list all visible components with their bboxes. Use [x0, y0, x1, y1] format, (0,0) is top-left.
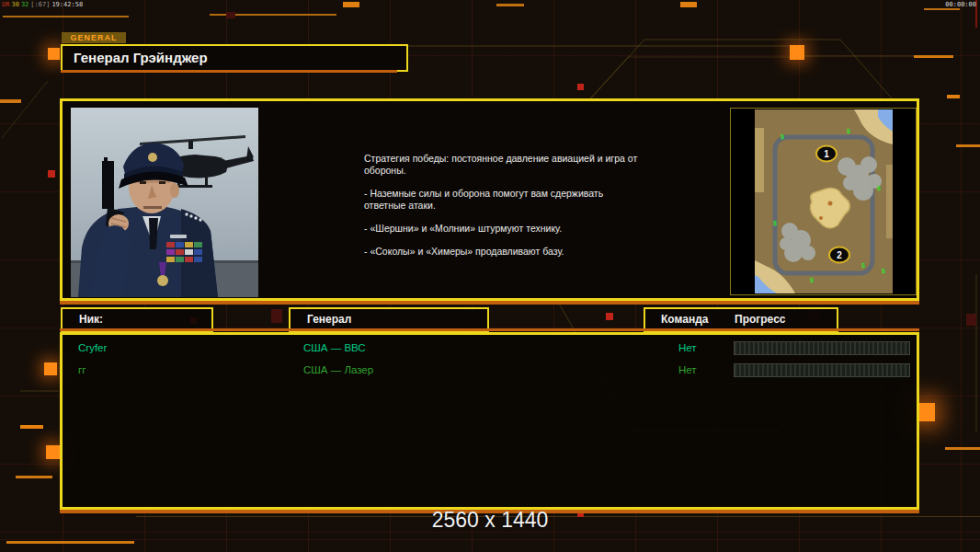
decor-dash — [680, 2, 697, 7]
player-team: Нет — [678, 342, 697, 353]
stats-label: UR — [2, 1, 9, 8]
decor-glow-square — [46, 445, 60, 459]
main-panel-underline — [60, 301, 919, 305]
svg-text:$: $ — [773, 220, 777, 227]
general-info-panel: Стратегия победы: постоянное давление ав… — [60, 98, 919, 301]
title-box-underline — [61, 70, 397, 73]
general-title-box: Генерал Грэйнджер — [61, 44, 408, 72]
decor-glow-square — [790, 45, 804, 60]
decor-red-square — [48, 170, 55, 178]
player-nick: гг — [78, 364, 85, 375]
decor-glow-square — [48, 48, 60, 60]
decor-dash — [3, 16, 129, 17]
decor-dim-square — [226, 12, 235, 18]
resolution-label: 2560 x 1440 — [0, 508, 980, 533]
svg-text:$: $ — [847, 128, 850, 135]
roster-divider — [60, 328, 919, 331]
column-header-nick-label: Ник: — [79, 313, 103, 326]
briefing-text: Стратегия победы: постоянное давление ав… — [364, 153, 644, 269]
player-row: гг США — Лазер Нет — [63, 361, 917, 381]
decor-dash — [947, 95, 960, 98]
decor-glow-square — [917, 403, 935, 421]
general-title: Генерал Грэйнджер — [74, 50, 208, 65]
performance-overlay: UR3032[:67]19:42:58 — [2, 1, 85, 8]
decor-dim-square — [966, 314, 976, 326]
minimap-image: $$$ $$$$ 1 2 — [755, 109, 893, 293]
decor-dash — [496, 4, 524, 6]
briefing-paragraph: - «Шершни» и «Молнии» штурмуют технику. — [364, 223, 644, 235]
player-row: Cryfer США — ВВС Нет — [63, 339, 917, 359]
decor-dash — [914, 55, 953, 58]
decor-dash — [924, 8, 960, 10]
svg-text:$: $ — [877, 185, 881, 192]
player-team: Нет — [678, 364, 697, 375]
progress-bar — [734, 341, 910, 355]
decor-dash — [0, 99, 21, 103]
decor-dash — [20, 425, 43, 429]
stats-clock: 19:42:58 — [51, 1, 83, 8]
general-tab-label: GENERAL — [62, 32, 126, 43]
stats-value-a: 30 — [11, 1, 18, 8]
stats-value-b: 32 — [21, 1, 28, 8]
player-general: США — Лазер — [303, 364, 373, 375]
decor-dash — [945, 447, 980, 450]
progress-bar — [734, 363, 910, 377]
decor-dash — [956, 144, 980, 147]
spawn-point-2: 2 — [829, 247, 849, 263]
column-header-progress-label: Прогресс — [735, 309, 785, 330]
decor-dash — [6, 541, 134, 544]
loading-screen: UR3032[:67]19:42:58 00:00:00 GENERAL Ген… — [0, 0, 980, 552]
player-general: США — ВВС — [303, 342, 366, 353]
decor-dim-square — [271, 309, 282, 323]
svg-text:$: $ — [861, 262, 865, 270]
svg-text:1: 1 — [824, 149, 829, 159]
svg-text:$: $ — [810, 277, 814, 284]
decor-red-square — [606, 313, 613, 320]
column-header-general-label: Генерал — [307, 313, 351, 326]
briefing-paragraph: Стратегия победы: постоянное давление ав… — [364, 153, 644, 177]
minimap-panel: $$$ $$$$ 1 2 — [730, 108, 917, 295]
decor-dash — [343, 2, 359, 7]
briefing-paragraph: - «Соколы» и «Химеры» продавливают базу. — [364, 246, 644, 258]
briefing-paragraph: - Наземные силы и оборона помогут вам сд… — [364, 188, 644, 212]
stats-bracket: [:67] — [30, 1, 50, 8]
column-header-team-label: Команда — [661, 309, 708, 330]
svg-text:$: $ — [882, 268, 885, 275]
spawn-point-1: 1 — [816, 146, 837, 162]
decor-glow-square — [44, 362, 57, 375]
player-nick: Cryfer — [78, 342, 107, 353]
portrait-image — [71, 108, 258, 297]
decor-dash — [16, 476, 52, 478]
commander-portrait — [71, 108, 258, 297]
svg-text:$: $ — [781, 133, 784, 141]
svg-text:2: 2 — [837, 250, 842, 260]
player-roster-panel: Cryfer США — ВВС Нет гг США — Лазер Нет — [60, 332, 919, 510]
match-timer: 00:00:00 — [945, 1, 976, 8]
decor-red-square — [577, 84, 584, 90]
